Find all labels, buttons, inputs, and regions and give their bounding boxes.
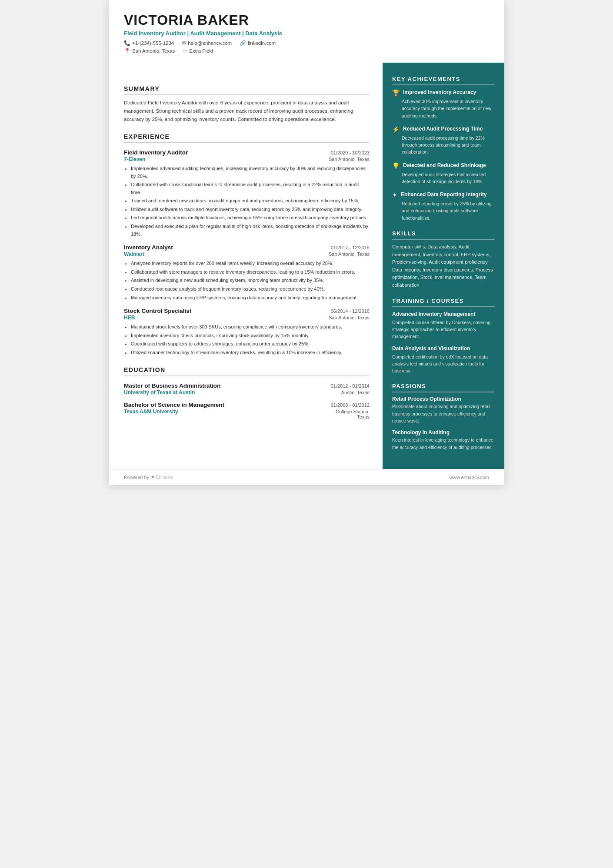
- list-item: Assisted in developing a new audit sched…: [131, 277, 370, 285]
- resume-body: SUMMARY Dedicated Field Inventory Audito…: [109, 63, 504, 469]
- job-2: Inventory Analyst 01/2017 - 12/2019 Walm…: [124, 244, 370, 302]
- edu-1-school-row: University of Texas at Austin Austin, Te…: [124, 389, 370, 395]
- list-item: Conducted root cause analysis of frequen…: [131, 285, 370, 293]
- trophy-icon: 🏆: [392, 89, 400, 96]
- passion-2: Technology in Auditing Keen interest in …: [392, 429, 495, 451]
- enhancv-logo: ♥ Enhancv: [152, 475, 173, 479]
- star-icon: ☆: [183, 48, 187, 54]
- edu-1-school: University of Texas at Austin: [124, 389, 195, 395]
- achievement-1-desc: Achieved 30% improvement in inventory ac…: [392, 98, 495, 119]
- job-3: Stock Control Specialist 06/2014 - 12/20…: [124, 308, 370, 356]
- job-1-company-row: 7-Eleven San Antonio, Texas: [124, 156, 370, 162]
- achievements-title: KEY ACHIEVEMENTS: [392, 76, 495, 85]
- bolt-icon: ⚡: [392, 126, 400, 133]
- job-3-bullets: Maintained stock levels for over 300 SKU…: [124, 323, 370, 356]
- linkedin-url: linkedin.com: [248, 40, 276, 46]
- edu-1-location: Austin, Texas: [341, 390, 370, 395]
- passions-title: PASSIONS: [392, 383, 495, 392]
- summary-title: SUMMARY: [124, 85, 370, 95]
- job-1-location: San Antonio, Texas: [329, 157, 370, 162]
- email-address: help@enhancv.com: [188, 40, 232, 46]
- lightbulb-icon: 💡: [392, 162, 400, 169]
- experience-title: EXPERIENCE: [124, 133, 370, 143]
- achievement-1: 🏆 Improved Inventory Accuracy Achieved 3…: [392, 89, 495, 119]
- job-1-title: Field Inventory Auditor: [124, 149, 188, 156]
- contact-row: 📞 +1-(234)-555-1234 ✉ help@enhancv.com 🔗…: [124, 40, 489, 46]
- phone-item: 📞 +1-(234)-555-1234: [124, 40, 174, 46]
- job-3-header: Stock Control Specialist 06/2014 - 12/20…: [124, 308, 370, 314]
- list-item: Coordinated with suppliers to address sh…: [131, 340, 370, 348]
- list-item: Implemented inventory check protocols, i…: [131, 332, 370, 340]
- email-icon: ✉: [182, 40, 186, 46]
- training-2: Data Analysis and Visualization Complete…: [392, 345, 495, 374]
- edu-2-school: Texas A&M University: [124, 409, 178, 415]
- achievement-2-title: Reduced Audit Processing Time: [403, 125, 483, 133]
- extra-field-text: Extra Field: [189, 48, 213, 54]
- achievement-4-desc: Reduced reporting errors by 25% by utili…: [392, 200, 495, 221]
- job-2-title: Inventory Analyst: [124, 244, 173, 251]
- job-3-company: HEB: [124, 315, 135, 321]
- edu-2-location: College Station,Texas: [336, 409, 370, 419]
- brand-name: Enhancv: [156, 475, 173, 479]
- list-item: Maintained stock levels for over 300 SKU…: [131, 323, 370, 331]
- job-2-bullets: Analyzed inventory reports for over 200 …: [124, 260, 370, 302]
- right-column: KEY ACHIEVEMENTS 🏆 Improved Inventory Ac…: [383, 63, 504, 469]
- passion-1-desc: Passionate about improving and optimizin…: [392, 403, 495, 424]
- achievement-2: ⚡ Reduced Audit Processing Time Decrease…: [392, 125, 495, 156]
- edu-2-dates: 01/2008 - 01/2012: [331, 402, 370, 408]
- location-text: San Antonio, Texas: [132, 48, 175, 54]
- list-item: Analyzed inventory reports for over 200 …: [131, 260, 370, 268]
- skills-text: Computer skills, Data analysis, Audit ma…: [392, 243, 495, 289]
- job-3-dates: 06/2014 - 12/2016: [331, 308, 370, 314]
- edu-2-school-row: Texas A&M University College Station,Tex…: [124, 409, 370, 419]
- email-item: ✉ help@enhancv.com: [182, 40, 232, 46]
- passion-2-title: Technology in Auditing: [392, 429, 495, 436]
- job-3-company-row: HEB San Antonio, Texas: [124, 315, 370, 321]
- achievement-2-desc: Decreased audit processing time by 22% t…: [392, 134, 495, 156]
- achievement-2-header: ⚡ Reduced Audit Processing Time: [392, 125, 495, 133]
- list-item: Utilized audit software to track and rep…: [131, 206, 370, 214]
- achievement-3-desc: Developed audit strategies that increase…: [392, 171, 495, 185]
- candidate-subtitle: Field Inventory Auditor | Audit Manageme…: [124, 30, 489, 37]
- achievement-4-title: Enhanced Data Reporting Integrity: [401, 191, 486, 198]
- achievement-3-header: 💡 Detected and Reduced Shrinkage: [392, 162, 495, 169]
- linkedin-item: 🔗 linkedin.com: [240, 40, 276, 46]
- resume-footer: Powered by ♥ Enhancv www.enhancv.com: [109, 469, 504, 485]
- achievement-3: 💡 Detected and Reduced Shrinkage Develop…: [392, 162, 495, 185]
- job-1-company: 7-Eleven: [124, 156, 145, 162]
- achievement-4-header: ✦ Enhanced Data Reporting Integrity: [392, 191, 495, 198]
- location-icon: 📍: [124, 48, 130, 54]
- edu-2: Bachelor of Science in Management 01/200…: [124, 402, 370, 419]
- job-1-dates: 01/2020 - 10/2023: [331, 150, 370, 155]
- job-2-company: Walmart: [124, 251, 144, 257]
- passion-1-title: Retail Process Optimization: [392, 396, 495, 402]
- passion-2-desc: Keen interest in leveraging technology t…: [392, 436, 495, 451]
- training-1: Advanced Inventory Management Completed …: [392, 311, 495, 340]
- list-item: Implemented advanced auditing techniques…: [131, 165, 370, 180]
- extra-field-item: ☆ Extra Field: [183, 48, 213, 54]
- list-item: Collaborated with cross-functional teams…: [131, 181, 370, 196]
- training-title: TRAINING / COURSES: [392, 298, 495, 307]
- list-item: Managed inventory data using ERP systems…: [131, 294, 370, 302]
- edu-1-dates: 01/2012 - 01/2014: [331, 383, 370, 389]
- list-item: Trained and mentored new auditors on aud…: [131, 197, 370, 205]
- list-item: Developed and executed a plan for regula…: [131, 223, 370, 238]
- job-2-header: Inventory Analyst 01/2017 - 12/2019: [124, 244, 370, 251]
- skills-title: SKILLS: [392, 230, 495, 240]
- resume-wrapper: VICTORIA BAKER Field Inventory Auditor |…: [109, 0, 504, 485]
- left-column: SUMMARY Dedicated Field Inventory Audito…: [109, 63, 383, 469]
- job-1-bullets: Implemented advanced auditing techniques…: [124, 165, 370, 238]
- job-1-header: Field Inventory Auditor 01/2020 - 10/202…: [124, 149, 370, 156]
- job-2-dates: 01/2017 - 12/2019: [331, 245, 370, 250]
- heart-icon: ♥: [152, 475, 154, 479]
- edu-2-header: Bachelor of Science in Management 01/200…: [124, 402, 370, 408]
- achievement-3-title: Detected and Reduced Shrinkage: [403, 162, 486, 169]
- linkedin-icon: 🔗: [240, 40, 246, 46]
- location-row: 📍 San Antonio, Texas ☆ Extra Field: [124, 48, 489, 54]
- list-item: Utilized scanner technology to streamlin…: [131, 349, 370, 357]
- star-chart-icon: ✦: [392, 191, 397, 198]
- candidate-name: VICTORIA BAKER: [124, 12, 489, 28]
- achievement-1-title: Improved Inventory Accuracy: [403, 89, 476, 96]
- job-1: Field Inventory Auditor 01/2020 - 10/202…: [124, 149, 370, 238]
- training-1-desc: Completed course offered by Coursera, co…: [392, 319, 495, 340]
